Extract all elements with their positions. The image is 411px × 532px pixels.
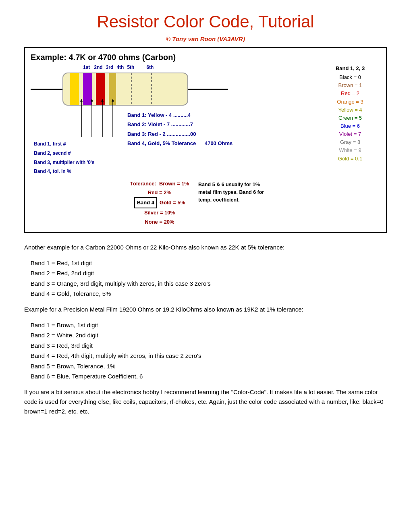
- svg-marker-10: [91, 99, 93, 102]
- band4-arrow-label: Band 4, tol. in %: [34, 167, 127, 176]
- diagram-left: 1st 2nd 3rd 4th 5th 6th: [31, 64, 316, 227]
- band-label-2nd: 2nd: [94, 64, 102, 70]
- legend-white: White = 9: [320, 146, 380, 154]
- band-label-3rd: 3rd: [106, 64, 114, 70]
- band-label-6th: 6th: [146, 64, 154, 70]
- copyright-text: © Tony van Roon (VA3AVR): [24, 35, 387, 42]
- body-block-1: Band 1 = Red, 1st digit Band 2 = Red, 2n…: [24, 258, 387, 299]
- svg-marker-8: [80, 99, 83, 102]
- band3-arrow-label: Band 3, multiplier with '0's: [34, 158, 127, 167]
- color-code-legend: Band 1, 2, 3 Black = 0 Brown = 1 Red = 2…: [316, 64, 380, 163]
- arrow-labels: Band 1, first # Band 2, secnd # Band 3, …: [31, 109, 127, 176]
- legend-gold: Gold = 0.1: [320, 155, 380, 163]
- legend-black: Black = 0: [320, 73, 380, 81]
- band-label-5th: 5th: [127, 64, 134, 70]
- band56-note: Band 5 & 6 usually for 1% metal film typ…: [192, 181, 272, 226]
- svg-marker-12: [101, 99, 104, 102]
- tolerance-info: Tolerance: Brown = 1% Red = 2% Band 4 Go…: [127, 179, 192, 226]
- legend-green: Green = 5: [320, 114, 380, 122]
- legend-gray: Gray = 8: [320, 138, 380, 146]
- band-label-1st: 1st: [83, 64, 90, 70]
- legend-orange: Orange = 3: [320, 98, 380, 106]
- legend-blue: Blue = 6: [320, 122, 380, 130]
- legend-yellow: Yellow = 4: [320, 106, 380, 114]
- svg-marker-14: [112, 99, 114, 102]
- legend-violet: Violet = 7: [320, 130, 380, 138]
- body-text-3: If you are a bit serious about the elect…: [24, 387, 387, 416]
- legend-brown: Brown = 1: [320, 81, 380, 89]
- band-label-4th: 4th: [116, 64, 124, 70]
- wire-left: [31, 89, 63, 90]
- diagram-section: Example: 4.7K or 4700 ohms (Carbon) 1st …: [24, 47, 387, 233]
- body-block-2: Band 1 = Brown, 1st digit Band 2 = White…: [24, 320, 387, 382]
- body-text-2: Example for a Precision Metal Film 19200…: [24, 305, 387, 314]
- band2-arrow-label: Band 2, secnd #: [34, 149, 127, 158]
- wire-right: [188, 89, 228, 90]
- body-text-1: Another example for a Carbon 22000 Ohms …: [24, 243, 387, 252]
- legend-red: Red = 2: [320, 89, 380, 98]
- legend-title: Band 1, 2, 3: [320, 64, 380, 73]
- page-title: Resistor Color Code, Tutorial: [24, 12, 387, 31]
- example-title: Example: 4.7K or 4700 ohms (Carbon): [31, 53, 380, 62]
- band4-box: Band 4: [134, 197, 157, 208]
